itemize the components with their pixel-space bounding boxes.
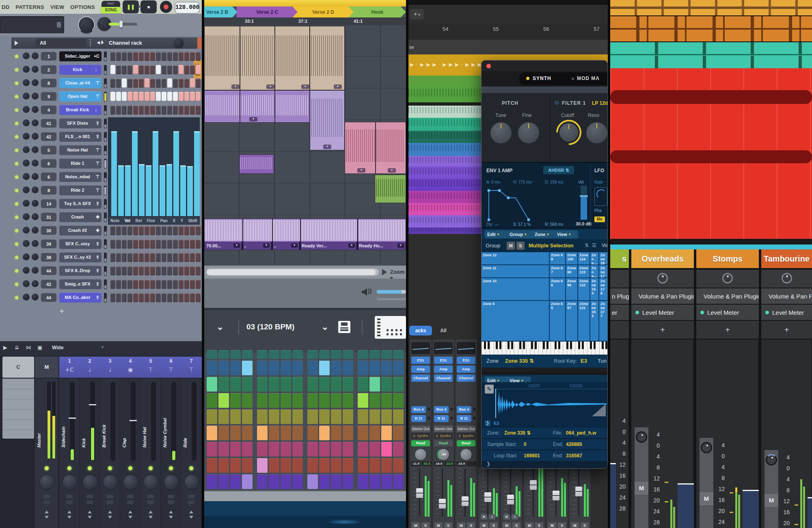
strip-enable-led[interactable] [149,466,153,470]
scroll-down-icon[interactable] [149,516,153,521]
strip-pan-knob[interactable] [184,474,199,490]
automation-mode[interactable]: Read [411,440,430,446]
pad-cell[interactable] [292,393,303,408]
fx-slot[interactable] [168,500,174,504]
send-knob[interactable] [472,407,477,411]
pad-cell[interactable] [319,458,330,473]
channel-enable-led[interactable] [15,256,18,259]
channel-button[interactable]: Noise..mbal⊤ [59,172,102,182]
tab-synth[interactable]: SYNTH [526,76,551,81]
step-cell[interactable] [150,293,155,302]
lfo-mod-badge[interactable]: Mo [594,216,605,222]
step-cell[interactable] [167,226,172,235]
pad-cell[interactable] [319,377,330,392]
fx-slot[interactable] [147,500,154,504]
channel-knob[interactable] [23,52,30,59]
mixer-strip[interactable]: Clap [120,379,140,528]
output-slot[interactable]: Stereo Out [434,426,453,432]
send-knob[interactable] [449,416,454,420]
step-cell[interactable] [167,239,172,249]
pad-cell[interactable] [207,361,217,375]
chevron-down-icon[interactable]: ⌄ [216,322,224,332]
pattern-number-badge[interactable]: 6 [41,159,57,168]
step-cell[interactable] [139,253,144,262]
arrangement-marker[interactable]: Verse 2 B [204,6,238,17]
fx-slot[interactable] [107,495,113,498]
pad-cell[interactable] [381,350,392,359]
graph-bar[interactable] [146,165,151,216]
pad-cell[interactable] [307,377,318,392]
step-cell[interactable] [127,226,132,235]
step-cell[interactable] [139,239,144,249]
env-hold[interactable]: H: 775 ms [513,180,532,184]
tune-knob[interactable] [490,122,512,143]
pad-cell[interactable] [242,474,253,489]
step-cell[interactable] [173,279,178,289]
plugin-enabled-icon[interactable] [765,311,769,314]
pad-cell[interactable] [369,409,380,424]
graph-tab-shift[interactable]: Shift [188,219,197,223]
step-cell[interactable] [150,226,155,235]
detach-icon[interactable]: ⇊ [15,344,19,351]
zone-cell[interactable]: Zone 98 [566,278,577,300]
add-track-button[interactable]: + ▾ [410,9,424,19]
zone-cell[interactable]: Zone 123 [578,265,590,277]
scroll-down-icon[interactable] [128,516,132,521]
graph-tab-y[interactable]: Y [181,219,184,223]
step-cell[interactable] [184,105,189,115]
fx-slot[interactable] [43,495,50,498]
pad-cell[interactable] [369,426,380,440]
audio-track-teal[interactable] [610,42,812,69]
step-cell[interactable] [133,78,138,88]
insert-slot[interactable]: Channel EQ [411,374,430,382]
step-cell[interactable] [150,239,155,249]
step-cell[interactable] [196,52,201,61]
eq-thumbnail[interactable] [457,342,475,354]
clip-menu-icon[interactable]: ▾ [348,243,355,248]
audio-track-orange-2[interactable] [610,16,812,42]
step-cell[interactable] [167,279,172,289]
graph-bar[interactable] [139,164,145,216]
volume-db[interactable]: -18.0 [434,461,443,466]
track-header[interactable]: Overheads [631,249,694,268]
pad-cell[interactable] [331,442,341,457]
tab-tracks[interactable]: acks [409,326,432,335]
pattern-number-badge[interactable]: 44 [41,293,57,302]
step-cell[interactable] [190,65,195,74]
clip-menu-icon[interactable]: ▾ [263,243,270,248]
step-cell[interactable] [190,92,195,101]
pause-button[interactable]: ❚❚ [123,0,139,13]
pad-cell[interactable] [230,361,241,375]
main-volume-knob[interactable] [78,16,95,33]
step-cell[interactable] [116,279,121,289]
chevron-down-icon[interactable]: ⌄ [321,322,328,332]
pad-cell[interactable] [269,458,279,473]
pad-cell[interactable] [331,458,341,473]
pad-cell[interactable] [230,377,241,392]
zone-cell[interactable]: Zone 67 [550,265,565,277]
graph-bar[interactable] [180,165,186,216]
step-cell[interactable] [162,293,166,302]
channel-button[interactable]: Smig..e SFX⇧ [59,279,102,289]
graph-editor[interactable]: NoteVelRelFinePanXYShift [108,117,200,225]
zone-cell[interactable]: Zone 179 [599,265,607,277]
scroll-up-icon[interactable] [128,509,132,513]
pattern-number-badge[interactable]: 6 [41,172,57,182]
step-cell[interactable] [179,226,184,235]
step-cell[interactable] [145,92,149,101]
sample-start-value[interactable]: 0 [524,441,527,447]
plugin-slot[interactable]: n Plugin [610,288,629,304]
fader-block[interactable] [610,463,616,528]
close-icon[interactable] [486,64,491,68]
shuffle-slider[interactable] [109,23,137,26]
step-cell[interactable] [167,52,172,61]
plugin-slot[interactable]: Volume & Pan Plugin [761,288,812,304]
eq-thumbnail[interactable] [434,342,453,354]
scroll-down-icon[interactable] [88,516,92,521]
pad-cell[interactable] [331,409,341,424]
fx-slot[interactable] [127,495,134,498]
fader-strip[interactable]: MS [546,467,568,528]
plugin-slot[interactable]: Volume & Pan Plugin [696,288,759,304]
strip-pan-knob[interactable] [39,474,55,490]
group-slot[interactable]: 2: Synths [434,433,453,439]
